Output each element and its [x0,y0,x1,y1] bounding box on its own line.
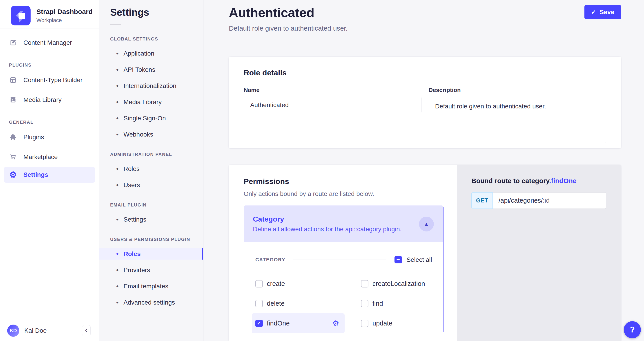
subnav-item-webhooks[interactable]: Webhooks [99,129,203,140]
sidebar-item-plugins[interactable]: Plugins [0,127,99,147]
save-button[interactable]: ✓ Save [584,5,621,19]
category-accordion-subtitle: Define all allowed actions for the api::… [253,226,402,233]
help-button[interactable]: ? [624,321,641,338]
sidebar-item-media-library[interactable]: Media Library [0,90,99,110]
category-group-label: CATEGORY [255,257,285,263]
brand-subtitle: Workplace [36,17,92,24]
subnav-item-api-tokens[interactable]: API Tokens [99,64,203,75]
bound-route-prefix: Bound route to category [471,177,549,184]
sidebar-item-label: Marketplace [24,153,58,161]
select-all-label: Select all [406,256,432,263]
sidebar-item-marketplace[interactable]: Marketplace [0,147,99,167]
strapi-dashboard: Strapi Dashboard Workplace Content Manag… [0,0,644,341]
subnav-group-global-settings: GLOBAL SETTINGS [99,37,203,42]
subnav-item-media-library[interactable]: Media Library [99,97,203,108]
route-method-badge: GET [471,192,493,209]
sidebar-nav: Content Manager PLUGINS Content-Type Bui… [0,29,99,320]
subnav-item-advanced-settings[interactable]: Advanced settings [99,297,203,308]
select-all-checkbox[interactable] [394,256,402,263]
description-textarea[interactable]: Default role given to authenticated user… [429,97,606,143]
bound-route-title: Bound route to category.findOne [471,177,621,185]
route-bar: GET /api/categories/:id [471,192,606,209]
role-details-heading: Role details [244,68,606,77]
subnav-group-users-permissions-plugin: USERS & PERMISSIONS PLUGIN [99,237,203,242]
permissions-subtitle: Only actions bound by a route are listed… [244,190,442,197]
category-accordion-title: Category [253,215,402,223]
findOne-settings-gear-icon[interactable]: ⚙ [332,319,339,327]
description-field-group: Description Default role given to authen… [429,87,606,144]
select-all-control[interactable]: Select all [394,256,432,263]
subnav-item-providers[interactable]: Providers [99,264,203,276]
category-accordion: Category Define all allowed actions for … [244,206,444,333]
subnav-item-internationalization[interactable]: Internationalization [99,80,203,92]
findOne-checkbox[interactable]: ✓ [255,320,263,327]
plugins-icon [9,133,17,141]
route-path: /api/categories/:id [493,192,606,209]
subnav-item-up-roles[interactable]: Roles [99,248,203,260]
route-path-param: :id [543,197,550,204]
save-button-label: Save [600,9,614,16]
collapse-accordion-button[interactable]: ▲ [419,217,434,231]
update-checkbox[interactable] [361,320,368,327]
permission-label: createLocalization [372,280,425,287]
content-type-builder-icon [9,76,17,84]
subnav-item-application[interactable]: Application [99,48,203,59]
sidebar-item-content-manager[interactable]: Content Manager [0,33,99,53]
page-subtitle: Default role given to authenticated user… [229,25,348,32]
permission-createLocalization[interactable]: createLocalization [361,274,432,293]
page-header: Authenticated Default role given to auth… [229,0,621,34]
media-library-icon [9,96,17,104]
user-name[interactable]: Kai Doe [24,327,77,334]
brand[interactable]: Strapi Dashboard Workplace [0,0,99,26]
permission-create[interactable]: create [255,274,361,293]
avatar[interactable]: KD [7,324,19,337]
role-details-fields: Name Description Default role given to a… [244,87,606,144]
route-path-base: /api/categories/ [498,197,543,204]
permissions-section: Permissions Only actions bound by a rout… [229,165,621,341]
role-details-card: Role details Name Description Default ro… [229,57,621,148]
category-group-row: CATEGORY Select all [255,256,432,263]
sidebar-item-label: Settings [24,171,48,178]
permissions-heading: Permissions [244,177,442,186]
permission-findOne[interactable]: ✓ findOne ⚙ [252,313,344,333]
sidebar-item-settings[interactable]: ⚙ Settings [4,167,95,183]
permission-find[interactable]: find [361,293,432,313]
sidebar-section-general: GENERAL [0,120,99,125]
permissions-card: Permissions Only actions bound by a rout… [229,165,457,341]
question-mark-icon: ? [630,325,635,334]
bound-route-panel: Bound route to category.findOne GET /api… [457,165,621,341]
delete-checkbox[interactable] [255,300,263,307]
check-icon: ✓ [257,321,261,326]
subnav-group-administration-panel: ADMINISTRATION PANEL [99,152,203,157]
category-accordion-titles: Category Define all allowed actions for … [253,215,402,233]
subnav-title: Settings [99,7,203,18]
find-checkbox[interactable] [361,300,368,307]
permission-delete[interactable]: delete [255,293,361,313]
subnav-item-email-templates[interactable]: Email templates [99,281,203,292]
name-field-group: Name [244,87,422,144]
subnav-item-email-settings[interactable]: Settings [99,214,203,225]
sidebar-item-label: Plugins [24,134,44,141]
page-title: Authenticated [229,5,348,20]
subnav-item-single-sign-on[interactable]: Single Sign-On [99,113,203,124]
main-content: Authenticated Default role given to auth… [204,0,644,341]
create-checkbox[interactable] [255,280,263,287]
collapse-sidebar-button[interactable]: ‹ [82,325,90,336]
brand-text: Strapi Dashboard Workplace [36,8,92,24]
name-input[interactable] [244,97,422,113]
subnav-item-admin-roles[interactable]: Roles [99,163,203,175]
sidebar-item-label: Content-Type Builder [24,77,82,84]
createLocalization-checkbox[interactable] [361,280,368,287]
description-label: Description [429,87,606,94]
sidebar-item-content-type-builder[interactable]: Content-Type Builder [0,70,99,90]
brand-title: Strapi Dashboard [36,8,92,16]
permission-label: find [372,300,383,307]
sidebar-section-plugins: PLUGINS [0,63,99,68]
category-accordion-header[interactable]: Category Define all allowed actions for … [244,206,443,242]
subnav-item-admin-users[interactable]: Users [99,179,203,191]
category-accordion-body: CATEGORY Select all [244,242,443,333]
permission-update[interactable]: update [361,313,432,333]
subnav-rule [110,24,122,25]
main-sidebar: Strapi Dashboard Workplace Content Manag… [0,0,99,341]
minus-icon [396,259,400,260]
